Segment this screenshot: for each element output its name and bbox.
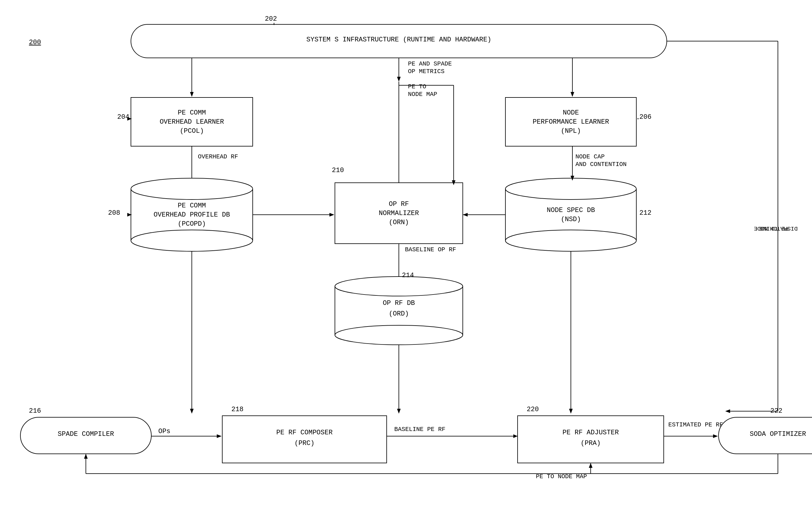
- pe-to-node-map-top-label: PE TO: [408, 83, 426, 90]
- svg-marker-6: [571, 92, 574, 97]
- pcopd-top: [131, 178, 253, 200]
- svg-marker-31: [397, 409, 401, 414]
- svg-marker-33: [569, 409, 573, 414]
- orn-label2: NORMALIZER: [379, 209, 419, 217]
- svg-marker-4: [397, 77, 401, 82]
- pcopd-bottom: [131, 230, 253, 251]
- prc-label2: (PRC): [294, 439, 315, 447]
- id-208: 208: [108, 209, 120, 217]
- baseline-pe-rf-label: BASELINE PE RF: [394, 426, 445, 433]
- estimated-pe-rf-label1: ESTIMATED PE RF: [668, 421, 723, 428]
- nsd-label2: (NSD): [561, 215, 581, 223]
- diagram-container: 200 SYSTEM S INFRASTRUCTURE (RUNTIME AND…: [0, 0, 812, 519]
- svg-marker-19: [329, 213, 334, 217]
- prc-label1: PE RF COMPOSER: [277, 429, 333, 436]
- id-220: 220: [527, 406, 539, 413]
- pe-spade-metrics-label: PE AND SPADE: [408, 60, 452, 67]
- pra-label2: (PRA): [581, 439, 601, 447]
- baseline-op-rf-label: BASELINE OP RF: [405, 246, 456, 253]
- pe-to-node-map-top-label2: NODE MAP: [408, 91, 437, 98]
- pcol-label3: (PCOL): [180, 127, 204, 135]
- orn-label3: (ORN): [389, 219, 409, 226]
- pe-to-node-dispatching-label2: DISPATCHING: [760, 225, 798, 232]
- spade-compiler-label: SPADE COMPILER: [58, 430, 114, 438]
- ops-label: OPs: [158, 428, 171, 435]
- pcol-label1: PE COMM: [178, 109, 206, 117]
- npl-label1: NODE: [563, 109, 579, 117]
- ord-bottom: [335, 325, 463, 345]
- id-212: 212: [639, 209, 651, 217]
- node-cap-label1: NODE CAP: [575, 153, 605, 160]
- orn-label1: OP RF: [389, 200, 409, 208]
- svg-marker-47: [84, 454, 88, 459]
- id-202: 202: [265, 15, 277, 23]
- ord-label1: OP RF DB: [383, 299, 415, 307]
- pcol-label2: OVERHEAD LEARNER: [160, 118, 224, 126]
- id-222: 222: [770, 407, 782, 415]
- svg-marker-41: [589, 463, 592, 468]
- nsd-bottom: [505, 230, 636, 251]
- pe-to-node-map-bottom-label: PE TO NODE MAP: [536, 473, 587, 480]
- id-210: 210: [332, 167, 344, 174]
- overhead-rf-label: OVERHEAD RF: [198, 153, 238, 160]
- svg-marker-39: [713, 434, 718, 438]
- svg-marker-37: [513, 434, 518, 438]
- pcopd-label3: (PCOPD): [178, 220, 206, 228]
- pe-spade-metrics-label2: OP METRICS: [408, 68, 444, 75]
- npl-label3: (NPL): [561, 127, 581, 135]
- nsd-top: [505, 178, 636, 200]
- svg-marker-35: [217, 434, 222, 438]
- soda-optimizer-label: SODA OPTIMIZER: [750, 430, 806, 438]
- id-216: 216: [29, 407, 41, 415]
- id-206: 206: [639, 113, 651, 121]
- node-cap-label2: AND CONTENTION: [575, 161, 627, 168]
- id-218: 218: [231, 406, 243, 413]
- figure-number: 200: [29, 39, 41, 46]
- ord-label2: (ORD): [389, 310, 409, 318]
- svg-marker-29: [190, 409, 194, 414]
- pra-label1: PE RF ADJUSTER: [563, 429, 619, 436]
- npl-label2: PERFORMANCE LEARNER: [533, 118, 609, 126]
- svg-marker-10: [725, 409, 730, 413]
- pcopd-label1: PE COMM: [178, 202, 206, 209]
- ord-top: [335, 277, 463, 296]
- system-s-label: SYSTEM S INFRASTRUCTURE (RUNTIME AND HAR…: [306, 36, 491, 44]
- svg-marker-2: [190, 92, 194, 97]
- nsd-label1: NODE SPEC DB: [547, 206, 595, 214]
- id-214: 214: [402, 272, 414, 279]
- pcopd-label2: OVERHEAD PROFILE DB: [154, 211, 230, 219]
- svg-marker-23: [463, 213, 468, 217]
